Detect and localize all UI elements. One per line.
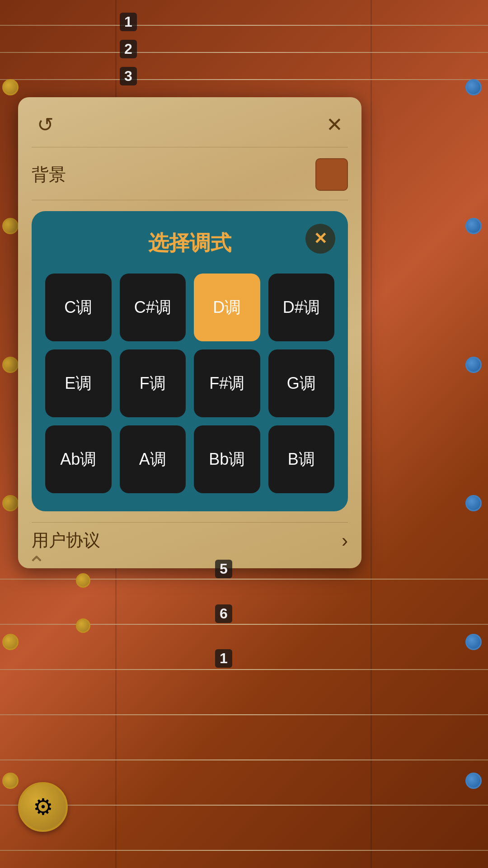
key-a-label: A调 (139, 448, 166, 471)
fret-numbers-bottom: 5 6 1 (215, 560, 232, 668)
background-row: 背景 (32, 158, 348, 200)
key-a[interactable]: A调 (120, 425, 186, 493)
key-d[interactable]: D调 (194, 274, 260, 341)
user-agreement-label: 用户协议 (32, 529, 100, 552)
key-fsharp-label: F#调 (209, 373, 244, 395)
fret-num-1: 1 (120, 13, 137, 31)
peg-right-5 (465, 634, 482, 650)
background-color-picker[interactable] (315, 158, 348, 191)
string-9 (0, 805, 488, 806)
peg-left-1 (2, 79, 19, 95)
string-8 (0, 760, 488, 760)
string-5 (0, 624, 488, 625)
key-bb[interactable]: Bb调 (194, 425, 260, 493)
key-f-label: F调 (140, 373, 166, 395)
string-10 (0, 850, 488, 851)
key-dialog-title: 选择调式 (45, 229, 334, 257)
key-b-label: B调 (288, 448, 315, 471)
key-dsharp-label: D#调 (283, 297, 320, 319)
chevron-right-icon: › (342, 530, 348, 552)
small-peg-2 (76, 618, 90, 633)
key-ab-label: Ab调 (60, 448, 96, 471)
string-3 (0, 79, 488, 80)
key-csharp-label: C#调 (134, 297, 171, 319)
peg-left-4 (2, 495, 19, 511)
key-g-label: G调 (287, 373, 316, 395)
string-1 (0, 25, 488, 26)
key-selection-dialog: 选择调式 ✕ C调 C#调 D调 D#调 E调 F调 F (32, 211, 348, 511)
key-fsharp[interactable]: F#调 (194, 349, 260, 417)
key-b[interactable]: B调 (268, 425, 335, 493)
reset-button[interactable]: ↺ (32, 111, 59, 138)
fret-num-3: 3 (120, 67, 137, 85)
key-f[interactable]: F调 (120, 349, 186, 417)
fret-num-6: 6 (215, 604, 232, 623)
close-settings-button[interactable]: ✕ (321, 111, 348, 138)
string-2 (0, 52, 488, 53)
string-7 (0, 714, 488, 715)
peg-left-5 (2, 634, 19, 650)
key-grid: C调 C#调 D调 D#调 E调 F调 F#调 G调 (45, 274, 334, 493)
key-d-label: D调 (213, 297, 241, 319)
scroll-indicator: ⌃ (27, 552, 46, 578)
key-c-label: C调 (64, 297, 92, 319)
peg-right-2 (465, 218, 482, 234)
fret-num-5: 5 (215, 560, 232, 578)
tuning-pegs-right (465, 0, 488, 868)
small-peg-1 (76, 573, 90, 588)
key-dsharp[interactable]: D#调 (268, 274, 335, 341)
peg-left-6 (2, 773, 19, 789)
gear-icon: ⚙ (33, 794, 53, 820)
user-agreement-row[interactable]: 用户协议 › (32, 523, 348, 555)
peg-right-1 (465, 79, 482, 95)
peg-left-2 (2, 218, 19, 234)
peg-right-3 (465, 357, 482, 373)
key-dialog-close-icon: ✕ (314, 229, 327, 248)
key-e[interactable]: E调 (45, 349, 112, 417)
fret-num-bottom-1: 1 (215, 649, 232, 668)
key-bb-label: Bb调 (209, 448, 245, 471)
key-ab[interactable]: Ab调 (45, 425, 112, 493)
string-6 (0, 669, 488, 670)
fret-num-2: 2 (120, 40, 137, 58)
gear-button[interactable]: ⚙ (18, 782, 68, 832)
key-csharp[interactable]: C#调 (120, 274, 186, 341)
background-label: 背景 (32, 163, 66, 186)
key-dialog-close-button[interactable]: ✕ (305, 224, 335, 254)
key-g[interactable]: G调 (268, 349, 335, 417)
key-e-label: E调 (65, 373, 92, 395)
peg-right-4 (465, 495, 482, 511)
settings-panel: ↺ ✕ 背景 选择调式 ✕ C调 C#调 D调 D#调 E调 (18, 97, 361, 568)
peg-left-3 (2, 357, 19, 373)
settings-topbar: ↺ ✕ (32, 111, 348, 147)
key-c[interactable]: C调 (45, 274, 112, 341)
string-4 (0, 579, 488, 580)
peg-right-6 (465, 773, 482, 789)
